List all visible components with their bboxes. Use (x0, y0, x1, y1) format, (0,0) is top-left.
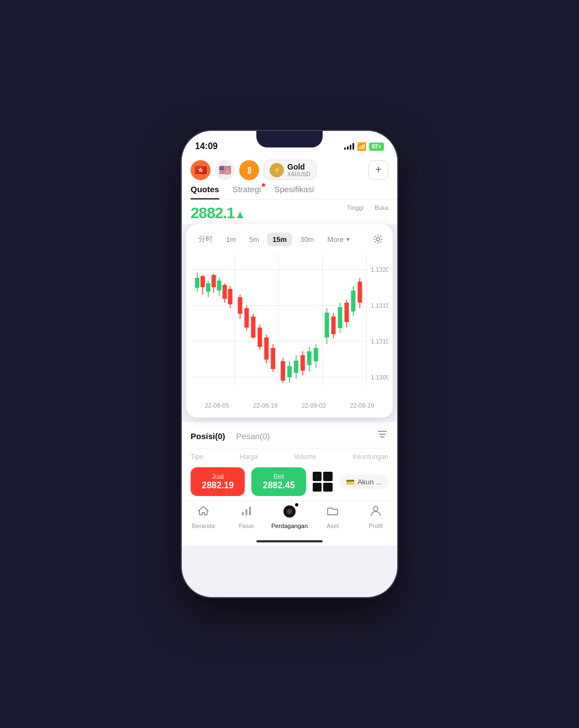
chart-area: 1.13200 1.13150 1.13100 1.13050 (186, 253, 393, 399)
svg-rect-50 (331, 316, 336, 334)
col-tipe: Tipe (191, 453, 203, 461)
home-indicator (256, 540, 323, 542)
svg-rect-28 (251, 316, 255, 337)
tabs-nav: Quotes Strategi Spesifikasi (182, 180, 397, 200)
more-button[interactable]: More ▼ (322, 233, 356, 246)
tab-quotes[interactable]: Quotes (191, 184, 219, 199)
nav-beranda[interactable]: Beranda (182, 504, 225, 529)
svg-rect-66 (242, 512, 244, 515)
svg-rect-64 (379, 434, 386, 435)
home-indicator-bar (182, 540, 397, 546)
nav-pasar[interactable]: Pasar (225, 504, 268, 529)
svg-rect-10 (195, 278, 199, 288)
tab-strategi[interactable]: Strategi (233, 184, 261, 199)
col-volume: Volume (294, 453, 316, 461)
timeframe-1m[interactable]: 1m (220, 233, 241, 246)
svg-rect-40 (294, 361, 298, 373)
tab-posisi[interactable]: Posisi(0) (191, 431, 225, 441)
asset-icon-hk[interactable]: 🇭🇰 (191, 160, 210, 180)
asset-selected-gold[interactable]: ⚡ Gold XAUUSD (264, 160, 317, 180)
phone-frame: 14:09 📶 97+ 🇭🇰 🇺🇸 ₿ ⚡ Gold (182, 131, 397, 597)
chart-toolbar: 分时 1m 5m 15m 30m More ▼ (186, 231, 393, 253)
buy-button[interactable]: Beli 2882.45 (251, 467, 306, 496)
buy-price: 2882.45 (257, 481, 300, 490)
svg-rect-52 (338, 307, 343, 328)
nav-aset-label: Aset (327, 523, 339, 529)
svg-point-70 (287, 509, 292, 514)
tab-spesifikasi[interactable]: Spesifikasi (274, 184, 314, 199)
svg-text:1.13100: 1.13100 (371, 338, 388, 345)
nav-perdagangan-label: Perdagangan (271, 523, 308, 529)
sell-label: Jual (196, 473, 239, 481)
buka-label: Buka (375, 204, 388, 211)
table-header: Tipe Harga Volume Keuntungan (191, 449, 388, 465)
svg-rect-14 (206, 283, 210, 292)
grid-menu-button[interactable] (313, 472, 333, 492)
svg-rect-34 (271, 348, 275, 369)
nav-perdagangan[interactable]: Perdagangan (268, 504, 311, 529)
timeframe-30m[interactable]: 30m (294, 233, 319, 246)
asset-name: Gold (287, 162, 310, 171)
folder-icon (326, 504, 339, 521)
date-label-1: 22-08-05 (205, 402, 229, 409)
svg-text:1.13200: 1.13200 (371, 266, 388, 273)
svg-rect-16 (212, 275, 216, 287)
timeframe-5m[interactable]: 5m (244, 233, 265, 246)
asset-icon-us[interactable]: 🇺🇸 (215, 160, 235, 180)
timeframe-分时[interactable]: 分时 (193, 231, 218, 247)
more-label: More (327, 235, 344, 244)
akun-button[interactable]: 💳 Akun ... (339, 474, 388, 489)
svg-text:1.13050: 1.13050 (371, 374, 388, 381)
filter-button[interactable] (376, 429, 388, 444)
timeframe-15m[interactable]: 15m (267, 233, 292, 246)
date-label-4: 22-09-19 (350, 402, 374, 409)
svg-rect-46 (314, 348, 318, 361)
svg-rect-24 (238, 297, 243, 314)
svg-rect-63 (378, 431, 387, 432)
circle-icon (282, 504, 297, 519)
sell-button[interactable]: Jual 2882.19 (191, 467, 245, 496)
price-header: 2882.1▲ Tinggi Buka (182, 200, 397, 224)
chart-date-labels: 22-08-05 22-08-19 22-09-02 22-09-19 (186, 399, 393, 409)
asset-icon-btc[interactable]: ₿ (239, 160, 259, 180)
svg-rect-68 (249, 507, 251, 515)
svg-rect-65 (380, 436, 385, 437)
svg-point-71 (373, 507, 378, 511)
settings-button[interactable] (370, 231, 386, 247)
top-nav: 🇭🇰 🇺🇸 ₿ ⚡ Gold XAUUSD + (182, 155, 397, 180)
asset-pair: XAUUSD (287, 171, 310, 177)
bottom-nav: Beranda Pasar Perdagangan (182, 500, 397, 540)
svg-rect-18 (217, 281, 222, 291)
grid-cell-1 (313, 472, 322, 481)
selected-asset-info: Gold XAUUSD (287, 162, 310, 177)
grid-cell-3 (313, 483, 322, 492)
nav-beranda-label: Beranda (192, 523, 215, 529)
perdagangan-icon-container (282, 504, 297, 521)
gear-icon (372, 234, 383, 245)
add-asset-button[interactable]: + (369, 160, 388, 180)
status-icons: 📶 97+ (344, 142, 384, 151)
nav-profil[interactable]: Profil (354, 504, 397, 529)
svg-rect-48 (325, 313, 329, 337)
svg-rect-56 (351, 291, 355, 312)
current-price: 2882.1▲ (191, 204, 245, 222)
tab-pesan[interactable]: Pesan(0) (236, 431, 270, 441)
date-label-2: 22-08-19 (253, 402, 277, 409)
nav-profil-label: Profil (369, 523, 382, 529)
status-time: 14:09 (195, 141, 218, 151)
battery-indicator: 97+ (369, 143, 384, 151)
svg-rect-54 (344, 303, 349, 322)
chevron-down-icon: ▼ (345, 236, 351, 242)
svg-rect-32 (264, 337, 269, 360)
chart-icon (240, 504, 253, 521)
svg-rect-20 (223, 285, 227, 299)
wifi-icon: 📶 (357, 142, 366, 151)
signal-bar-3 (350, 145, 351, 150)
nav-aset[interactable]: Aset (311, 504, 354, 529)
home-icon (197, 504, 210, 521)
gold-icon: ⚡ (270, 163, 284, 177)
filter-icon (376, 429, 388, 441)
quick-access-bar: Jual 2882.19 Beli 2882.45 💳 Akun ... (182, 465, 397, 500)
svg-point-0 (376, 238, 380, 241)
signal-bars (344, 143, 354, 150)
